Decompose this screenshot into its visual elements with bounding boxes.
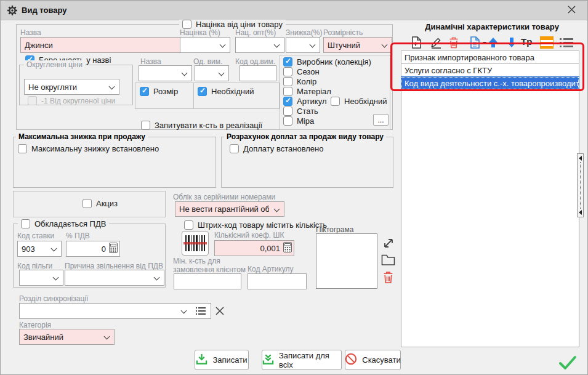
attr-producer-row[interactable]: Виробник (колекція) [283, 57, 371, 67]
excise-checkbox[interactable] [83, 199, 92, 208]
size-checkbox-row[interactable]: Розмір [140, 87, 178, 96]
markup-from-price-checkbox[interactable] [182, 20, 191, 29]
markup-select[interactable] [180, 37, 230, 53]
markup-from-price-checkbox-row[interactable]: Націнка від ціни товару [179, 20, 286, 29]
attr-season-row[interactable]: Сезон [283, 67, 320, 76]
list-view-icon[interactable] [560, 38, 573, 47]
benefit-code-label: Код пільги [17, 262, 52, 270]
barcode-qty-checkbox[interactable] [184, 220, 193, 230]
pictogram-box[interactable] [316, 233, 377, 289]
titlebar: Вид товару [1, 1, 588, 20]
list-item-selected[interactable]: Код вида деятельности с.-х. товаропроизв… [401, 76, 579, 90]
barcode-qty-checkbox-row[interactable]: Штрих-код товару містить кількість [184, 220, 327, 230]
confirm-check-icon[interactable] [558, 355, 577, 370]
sync-list-icon[interactable] [196, 307, 206, 315]
attr-required-checkbox[interactable] [331, 97, 340, 106]
chevron-down-icon [104, 334, 110, 340]
gear-icon [7, 5, 18, 16]
rows-view-icon[interactable] [540, 36, 554, 49]
edit-icon[interactable] [430, 36, 442, 49]
name-input[interactable]: Джинси [20, 37, 191, 53]
coef-input[interactable]: 0,001 [214, 240, 294, 256]
attr-season-checkbox[interactable] [283, 67, 292, 76]
required-checkbox-row[interactable]: Необхідний [198, 87, 254, 96]
calculator-icon[interactable] [109, 243, 118, 255]
move-down-icon[interactable] [507, 38, 516, 47]
attr-producer-checkbox[interactable] [283, 57, 292, 67]
save-button[interactable]: Записати [195, 350, 249, 370]
surcharge-checkbox[interactable] [230, 144, 239, 153]
collapse-arrow-icon [579, 210, 582, 215]
list-item[interactable]: Признак импортированного товара [401, 50, 579, 64]
add-record-icon[interactable] [411, 36, 422, 49]
close-button[interactable] [563, 4, 580, 17]
attr-article-checkbox[interactable] [283, 97, 292, 106]
attr-material-row[interactable]: Матеріал [283, 87, 331, 96]
delete-icon[interactable] [449, 36, 459, 49]
divider [193, 83, 194, 108]
uom-label: Од. вим. [193, 57, 222, 66]
benefit-code-select[interactable] [19, 270, 63, 286]
vat-reason-select[interactable] [65, 270, 164, 286]
discount-select[interactable] [286, 37, 320, 53]
attr-material-checkbox[interactable] [283, 87, 292, 96]
category-label: Категорія [19, 321, 51, 329]
list-item[interactable]: Услуги согласно с ГКТУ [401, 63, 579, 77]
attr-required-row[interactable]: Необхідний [331, 97, 387, 106]
delete-pictogram-icon[interactable] [383, 270, 393, 284]
attr-measure-row[interactable]: Міра [283, 116, 314, 126]
pictogram-label: Піктограма [316, 225, 353, 234]
chevron-down-icon [220, 42, 226, 48]
characteristics-list[interactable]: Признак импортированного товара Услуги с… [401, 50, 579, 347]
cancel-button[interactable]: Скасувати [345, 350, 401, 370]
vat-checkbox-row[interactable]: Обкладається ПДВ [18, 219, 109, 228]
size-checkbox[interactable] [140, 87, 149, 96]
max-discount-checkbox-row[interactable]: Максимальну знижку встановлено [18, 144, 159, 153]
splitter-dots [580, 162, 581, 209]
copy-record-icon[interactable] [469, 36, 480, 49]
attr-measure-checkbox[interactable] [283, 116, 292, 126]
expand-icon[interactable] [382, 237, 395, 249]
attr-gender-row[interactable]: Стать [283, 107, 318, 116]
uom-select[interactable] [195, 65, 229, 81]
excise-checkbox-row[interactable]: Акциз [83, 199, 118, 208]
more-attributes-button[interactable]: ... [373, 114, 389, 126]
save-icon [196, 353, 207, 367]
max-discount-checkbox[interactable] [18, 144, 27, 153]
discount-label: Знижка(%) [286, 28, 322, 37]
sync-section-select[interactable] [19, 303, 211, 319]
vat-checkbox[interactable] [21, 219, 30, 228]
attr-color-checkbox[interactable] [283, 77, 292, 86]
attr-color-row[interactable]: Колір [283, 77, 316, 86]
calculator-icon[interactable] [283, 242, 292, 254]
folder-icon[interactable] [381, 254, 395, 266]
uom-code-label: Код од.вим. [235, 57, 275, 66]
save-all-icon [262, 353, 274, 367]
text-type-icon[interactable]: Tp [521, 36, 532, 47]
min-qty-input[interactable] [174, 273, 241, 289]
unit-name-label: Назва [140, 57, 161, 66]
attr-gender-checkbox[interactable] [283, 107, 292, 116]
rounding-select[interactable]: Не округляти [24, 79, 119, 95]
category-select[interactable]: Звичайний [19, 329, 115, 345]
unit-name-select[interactable] [139, 65, 192, 81]
article-code-input[interactable] [248, 273, 307, 289]
uom-code-input[interactable] [240, 65, 276, 81]
ask-qty-checkbox-row[interactable]: Запитувати к-сть в реалізації [141, 121, 262, 130]
vat-percent-input[interactable]: 0 [66, 241, 120, 257]
ask-qty-checkbox[interactable] [141, 121, 150, 130]
attr-article-row[interactable]: Артикул [283, 97, 326, 106]
save-for-all-button[interactable]: Записати для всіх [262, 350, 342, 370]
move-up-icon[interactable] [489, 38, 497, 47]
dimension-select[interactable]: Штучний [323, 37, 392, 53]
surcharge-legend: Розрахунок доплат за продаж виду товару [224, 132, 386, 141]
markup-opt-select[interactable] [235, 37, 284, 53]
clear-sync-icon[interactable] [215, 307, 224, 315]
rate-code-select[interactable]: 903 [17, 241, 62, 257]
required-checkbox[interactable] [198, 87, 207, 96]
surcharge-checkbox-row[interactable]: Доплату встановлено [230, 144, 324, 153]
serial-select[interactable]: Не вести гарантійний облік [175, 201, 284, 217]
copy-menu-caret-icon[interactable] [483, 42, 486, 44]
panel-splitter[interactable] [577, 153, 584, 217]
barcode-button[interactable] [182, 231, 209, 256]
